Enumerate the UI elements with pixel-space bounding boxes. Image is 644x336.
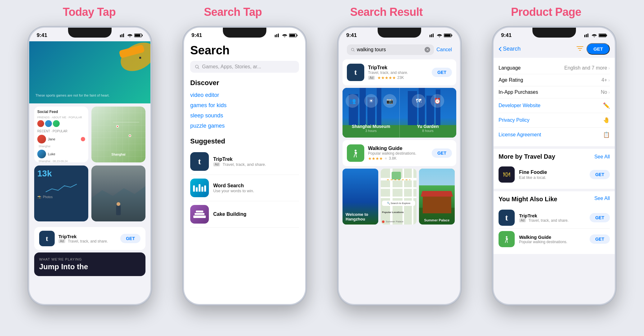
discover-video-editor[interactable]: video editor xyxy=(190,90,299,100)
screenshots-row: Welcome toHangzhou xyxy=(339,169,460,227)
ymight-triptrek-row[interactable]: t TripTrek Ad Travel, track, and share. … xyxy=(499,207,610,229)
age-row[interactable]: Age Rating 4+ › xyxy=(499,74,610,86)
bottom-app-row[interactable]: t TripTrek Ad Travel, track, and share. … xyxy=(34,227,145,250)
search-page: Search Games, Apps, Stories, ar... Disco… xyxy=(184,44,305,304)
suggested-triptrek[interactable]: t TripTrek Ad Travel, track, and share. xyxy=(190,148,299,175)
svg-rect-0 xyxy=(120,35,121,37)
search-placeholder: Games, Apps, Stories, ar... xyxy=(202,64,261,70)
widget-social-title: Social Feed xyxy=(37,110,85,114)
ad-app-sub: Travel, track, and share. xyxy=(368,70,428,75)
ymight-walking-get[interactable]: GET xyxy=(590,234,610,244)
section-title-product: Product Page xyxy=(511,6,581,19)
fine-foodie-row[interactable]: 🍽 Fine Foodie Eat like a local. GET xyxy=(499,165,610,184)
fine-foodie-name: Fine Foodie xyxy=(519,170,585,175)
language-row[interactable]: Language English and 7 more › xyxy=(499,62,610,74)
fine-foodie-sub: Eat like a local. xyxy=(519,175,585,180)
phone-product: 9:41 Search xyxy=(492,26,616,306)
banner-icon-camera: 📷 xyxy=(383,94,397,108)
walking-guide-row[interactable]: Walking Guide Popular walking destinatio… xyxy=(343,140,456,166)
discover-sleep-sounds[interactable]: sleep sounds xyxy=(190,111,299,121)
banner-image: 👥 ☀ 📷 Shanghai Museum 3 hours 🗺 ⏰ xyxy=(343,88,456,138)
privacy-row[interactable]: Privacy Policy 🤚 xyxy=(499,113,610,128)
walking-guide-get-button[interactable]: GET xyxy=(432,148,452,158)
ymight-walking-row[interactable]: Walking Guide Popular walking destinatio… xyxy=(499,229,610,250)
more-by-section: More by Travel Day See All 🍽 Fine Foodie… xyxy=(494,149,615,189)
suggested-wordsearch[interactable]: Word Search Use your words to win. xyxy=(190,175,299,201)
product-page: Search GET La xyxy=(494,41,615,304)
age-value: 4+ › xyxy=(601,77,610,83)
ad-app-name: TripTrek xyxy=(368,65,428,70)
filter-icon[interactable] xyxy=(577,45,583,52)
widget-grid: Social Feed FRIENDS · ABOUT ME · POPULAR… xyxy=(29,103,150,225)
status-time-4: 9:41 xyxy=(501,32,512,39)
widget-person-jane: Jane xyxy=(48,137,55,141)
map-location: Shanghai xyxy=(91,153,145,156)
you-might-see-all[interactable]: See All xyxy=(594,196,610,203)
ad-get-button[interactable]: GET xyxy=(432,68,452,77)
what-playing-label: WHAT WE'RE PLAYING xyxy=(39,257,140,261)
svg-rect-30 xyxy=(599,34,606,37)
back-button[interactable]: Search xyxy=(499,46,521,52)
ad-result-row[interactable]: t TripTrek Travel, track, and share. Ad … xyxy=(343,59,456,85)
phone-today: 9:41 These sports games are not for the … xyxy=(28,26,152,306)
fine-foodie-get-button[interactable]: GET xyxy=(590,170,610,179)
svg-rect-1 xyxy=(122,34,122,37)
get-button[interactable]: GET xyxy=(120,234,140,243)
result-page: walking tours ✕ Cancel t TripTrek Travel… xyxy=(339,41,460,304)
result-search-bar[interactable]: walking tours ✕ Cancel xyxy=(343,43,456,57)
svg-point-10 xyxy=(284,37,285,37)
svg-rect-12 xyxy=(297,35,297,36)
svg-rect-29 xyxy=(606,35,607,36)
svg-rect-24 xyxy=(584,35,585,37)
language-chevron: › xyxy=(608,66,610,70)
license-label: License Agreement xyxy=(499,132,541,138)
suggested-triptrek-icon: t xyxy=(190,152,209,171)
developer-row[interactable]: Developer Website ✏️ xyxy=(499,98,610,113)
fine-foodie-icon: 🍽 xyxy=(499,166,515,183)
suggested-triptrek-name: TripTrek xyxy=(213,157,299,162)
notch xyxy=(68,28,112,38)
palace-screenshot-label: Summer Palace xyxy=(419,218,455,222)
map-pin-2 xyxy=(129,134,131,137)
banner-right-sublabel: 8 hours xyxy=(399,129,456,133)
ad-stars: ★★★★★ xyxy=(377,75,396,80)
suggested-cakebuilding[interactable]: Cake Building xyxy=(190,201,299,228)
hero-small-text: These sports games are not for the faint… xyxy=(35,93,109,97)
svg-rect-5 xyxy=(142,35,143,36)
svg-rect-9 xyxy=(278,34,279,37)
cancel-button[interactable]: Cancel xyxy=(436,47,452,52)
product-get-button[interactable]: GET xyxy=(586,43,610,55)
widget-person-luke: Luke xyxy=(48,152,55,156)
license-row[interactable]: License Agreement 📋 xyxy=(499,128,610,142)
clear-search-button[interactable]: ✕ xyxy=(425,47,430,52)
sport-decoration xyxy=(116,41,150,77)
app-name: TripTrek xyxy=(58,234,117,239)
discover-section: Discover video editor games for kids sle… xyxy=(190,79,299,131)
svg-rect-26 xyxy=(587,34,588,37)
svg-rect-32 xyxy=(578,48,582,49)
discover-games-kids[interactable]: games for kids xyxy=(190,100,299,111)
suggested-wordsearch-icon xyxy=(190,179,209,197)
svg-point-27 xyxy=(594,37,595,37)
search-query-text: walking tours xyxy=(357,47,423,52)
more-by-title: More by Travel Day xyxy=(499,153,555,160)
developer-label: Developer Website xyxy=(499,103,540,108)
status-time-3: 9:41 xyxy=(346,32,357,39)
search-bar[interactable]: Games, Apps, Stories, ar... xyxy=(190,61,299,73)
notch-3 xyxy=(378,28,421,38)
sport-hero: These sports games are not for the faint… xyxy=(29,41,150,103)
ymight-triptrek-get[interactable]: GET xyxy=(590,213,610,222)
discover-puzzle-games[interactable]: puzzle games xyxy=(190,121,299,131)
svg-point-34 xyxy=(506,236,507,238)
product-info-section: Language English and 7 more › Age Rating… xyxy=(494,58,615,146)
banner-icon-sun: ☀ xyxy=(364,94,378,108)
more-by-see-all[interactable]: See All xyxy=(594,154,610,160)
walking-guide-icon xyxy=(347,144,364,162)
map-pin-1 xyxy=(116,125,119,128)
widget-photo xyxy=(91,166,145,221)
age-chevron: › xyxy=(608,78,610,83)
section-title-search: Search Tap xyxy=(204,6,262,19)
avatar-3 xyxy=(53,120,60,127)
purchase-row[interactable]: In-App Purchases No › xyxy=(499,86,610,98)
suggested-cakebuilding-name: Cake Building xyxy=(213,211,299,217)
